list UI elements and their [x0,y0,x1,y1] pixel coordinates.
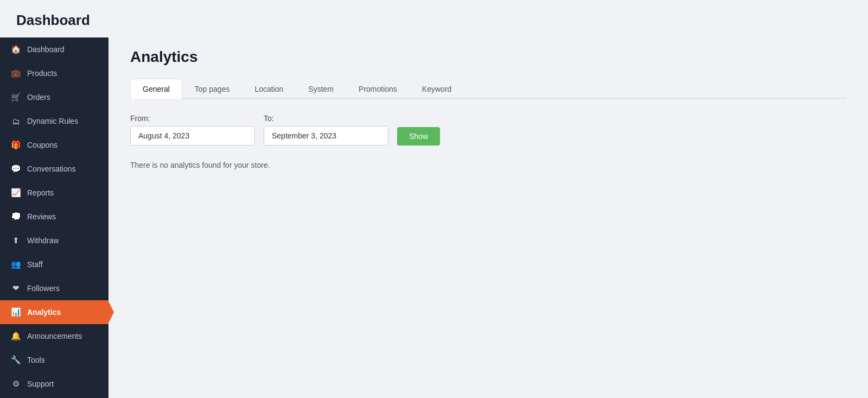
sidebar-item-conversations[interactable]: 💬Conversations [0,157,108,181]
sidebar-item-dashboard[interactable]: 🏠Dashboard [0,37,108,61]
sidebar: 🏠Dashboard💼Products🛒Orders🗂Dynamic Rules… [0,37,108,398]
dashboard-icon: 🏠 [11,45,21,54]
sidebar-item-announcements[interactable]: 🔔Announcements [0,324,108,348]
conversations-icon: 💬 [11,164,21,174]
tab-top-pages[interactable]: Top pages [182,79,242,99]
sidebar-label-coupons: Coupons [27,141,58,149]
sidebar-item-support[interactable]: ⚙Support [0,372,108,396]
sidebar-label-tools: Tools [27,356,45,364]
main-content: Analytics GeneralTop pagesLocationSystem… [108,37,868,398]
from-label: From: [130,114,255,123]
sidebar-label-conversations: Conversations [27,165,76,173]
announcements-icon: 🔔 [11,331,21,341]
sidebar-label-dashboard: Dashboard [27,45,65,54]
dynamic-rules-icon: 🗂 [11,116,21,126]
sidebar-label-reviews: Reviews [27,212,56,221]
tab-general[interactable]: General [130,79,182,99]
withdraw-icon: ⬆ [11,236,21,245]
page-title: Dashboard [0,0,868,37]
products-icon: 💼 [11,68,21,78]
tab-keyword[interactable]: Keyword [410,79,464,99]
reviews-icon: 💭 [11,212,21,222]
from-input[interactable] [130,126,255,146]
sidebar-label-reports: Reports [27,188,54,197]
sidebar-item-settings[interactable]: ⚙Settings▶ [0,396,108,398]
date-form: From: To: Show [130,114,846,146]
to-field: To: [264,114,388,146]
tab-location[interactable]: Location [242,79,296,99]
followers-icon: ❤ [11,283,21,293]
tab-promotions[interactable]: Promotions [346,79,410,99]
no-data-message: There is no analytics found for your sto… [130,161,846,169]
reports-icon: 📈 [11,188,21,198]
sidebar-label-support: Support [27,380,54,388]
support-icon: ⚙ [11,379,21,389]
to-input[interactable] [264,126,388,146]
orders-icon: 🛒 [11,92,21,102]
analytics-tabs: GeneralTop pagesLocationSystemPromotions… [130,79,846,99]
sidebar-item-orders[interactable]: 🛒Orders [0,85,108,109]
coupons-icon: 🎁 [11,140,21,150]
from-field: From: [130,114,255,146]
show-button[interactable]: Show [397,127,440,146]
tab-system[interactable]: System [296,79,346,99]
sidebar-item-withdraw[interactable]: ⬆Withdraw [0,229,108,252]
staff-icon: 👥 [11,260,21,269]
sidebar-item-followers[interactable]: ❤Followers [0,276,108,300]
to-label: To: [264,114,388,123]
sidebar-item-staff[interactable]: 👥Staff [0,252,108,276]
sidebar-label-products: Products [27,69,57,78]
sidebar-label-staff: Staff [27,260,43,269]
analytics-icon: 📊 [11,307,21,317]
sidebar-label-orders: Orders [27,93,50,102]
sidebar-label-dynamic-rules: Dynamic Rules [27,117,78,125]
sidebar-item-analytics[interactable]: 📊Analytics [0,300,108,324]
sidebar-label-announcements: Announcements [27,332,82,340]
analytics-title: Analytics [130,48,846,66]
sidebar-item-products[interactable]: 💼Products [0,61,108,85]
sidebar-item-reviews[interactable]: 💭Reviews [0,205,108,229]
sidebar-label-followers: Followers [27,284,60,293]
sidebar-label-withdraw: Withdraw [27,236,59,245]
sidebar-item-tools[interactable]: 🔧Tools [0,348,108,372]
sidebar-item-dynamic-rules[interactable]: 🗂Dynamic Rules [0,109,108,133]
sidebar-label-analytics: Analytics [27,308,61,317]
sidebar-item-coupons[interactable]: 🎁Coupons [0,133,108,157]
tools-icon: 🔧 [11,355,21,365]
sidebar-item-reports[interactable]: 📈Reports [0,181,108,205]
